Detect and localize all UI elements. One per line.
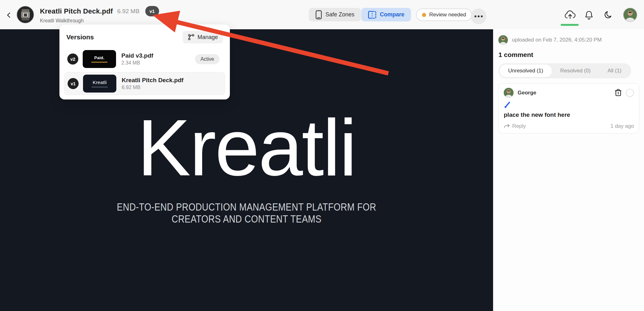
delete-comment-button[interactable] (614, 88, 623, 97)
user-avatar[interactable] (623, 8, 637, 22)
comment-body: place the new font here (504, 111, 634, 118)
resolve-checkbox[interactable] (626, 89, 634, 97)
version-badge-button[interactable]: v1 (145, 6, 159, 16)
version-badge-v1: v1 (68, 78, 79, 89)
reply-arrow-icon (504, 123, 510, 129)
review-status-label: Review needed (429, 12, 466, 18)
app-window: Kreatli Pitch Deck.pdf 6.92 MB v1 Kreatl… (0, 0, 644, 311)
uploaded-timestamp: uploaded on Feb 7, 2026, 4:05:20 PM (512, 37, 602, 43)
manage-label: Manage (197, 34, 218, 41)
phone-icon (315, 10, 322, 20)
reply-label: Reply (512, 123, 526, 129)
version-size-v1: 6.92 MB (122, 85, 183, 90)
safe-zones-label: Safe Zones (325, 11, 354, 18)
version-thumbnail-v1: Kreatli (83, 75, 116, 93)
compare-button[interactable]: Compare (361, 8, 411, 21)
comment-author-photo (504, 88, 514, 98)
cloud-upload-icon (564, 10, 576, 20)
file-title-block: Kreatli Pitch Deck.pdf 6.92 MB v1 Kreatl… (40, 6, 159, 24)
comment-footer: Reply 1 day ago (504, 123, 634, 129)
slide-subtitle: END-TO-END PRODUCTION MANAGEMENT PLATFOR… (113, 201, 380, 225)
bell-icon (585, 10, 593, 20)
version-row-v1[interactable]: v1 Kreatli Kreatli Pitch Deck.pdf 6.92 M… (64, 72, 225, 95)
version-thumbnail-v2: Paid. (83, 50, 116, 68)
tab-all[interactable]: All (1) (599, 65, 630, 77)
dark-mode-toggle[interactable] (602, 9, 615, 21)
project-name: Kreatli Walkthrough (40, 18, 159, 24)
slide-wordmark: Kreatli (0, 107, 493, 188)
branch-icon (188, 34, 195, 41)
uploader-avatar (498, 35, 508, 45)
versions-dropdown-panel: Versions Manage v2 Paid. Paid v3 (59, 25, 230, 99)
tab-resolved[interactable]: Resolved (0) (552, 65, 599, 77)
more-options-button[interactable] (471, 8, 486, 24)
trash-icon (615, 89, 622, 97)
file-title: Kreatli Pitch Deck.pdf (40, 7, 113, 15)
comment-filter-tabs: Unresolved (1) Resolved (0) All (1) (498, 63, 631, 78)
version-name-v1: Kreatli Pitch Deck.pdf (122, 77, 183, 84)
comment-author-name: George (518, 90, 536, 96)
comments-sidebar: uploaded on Feb 7, 2026, 4:05:20 PM 1 co… (493, 29, 644, 311)
camera-photo-icon (20, 8, 31, 22)
chevron-left-icon (6, 12, 12, 18)
file-thumbnail-logo (16, 6, 34, 24)
version-badge-v2: v2 (67, 54, 78, 65)
annotation-row (504, 101, 634, 109)
file-size: 6.92 MB (117, 8, 140, 15)
back-button[interactable] (3, 9, 15, 21)
version-size-v2: 2.34 MB (121, 60, 153, 66)
active-nav-indicator (561, 24, 579, 26)
manage-versions-button[interactable]: Manage (183, 31, 223, 43)
reply-button[interactable]: Reply (504, 123, 526, 129)
version-name-v2: Paid v3.pdf (121, 52, 153, 59)
comment-timestamp: 1 day ago (610, 123, 634, 129)
versions-title: Versions (66, 33, 94, 41)
upload-nav-button[interactable] (564, 9, 576, 21)
pen-icon (504, 101, 511, 109)
comment-card: George place the new (498, 83, 639, 133)
tab-unresolved[interactable]: Unresolved (1) (500, 65, 552, 77)
ellipsis-icon (475, 15, 476, 17)
compare-label: Compare (380, 11, 404, 18)
version-row-v2[interactable]: v2 Paid. Paid v3.pdf 2.34 MB Active (64, 48, 225, 70)
user-photo (624, 8, 637, 21)
status-dot-icon (422, 13, 426, 17)
moon-icon (604, 11, 613, 20)
safe-zones-button[interactable]: Safe Zones (309, 8, 361, 21)
comment-author-avatar (504, 88, 514, 98)
uploaded-info-row: uploaded on Feb 7, 2026, 4:05:20 PM (498, 35, 602, 45)
split-compare-icon (368, 11, 376, 19)
comments-heading: 1 comment (498, 51, 533, 59)
active-status-badge: Active (195, 54, 219, 64)
review-status-chip[interactable]: Review needed (416, 8, 472, 21)
uploader-photo (498, 35, 508, 45)
notifications-button[interactable] (583, 9, 595, 21)
